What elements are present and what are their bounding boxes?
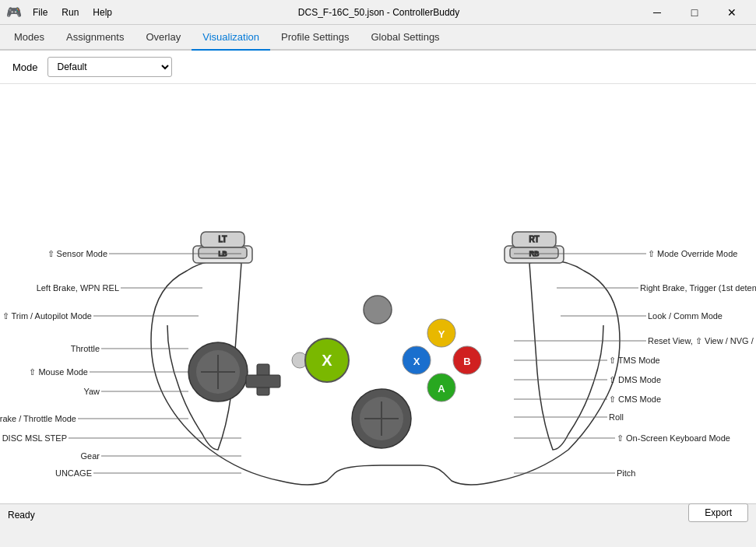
svg-text:⇧ Mouse Mode: ⇧ Mouse Mode (29, 367, 88, 377)
status-bar: Ready (0, 503, 756, 525)
tab-profile-settings[interactable]: Profile Settings (270, 25, 360, 51)
svg-text:Pitch: Pitch (617, 468, 635, 478)
svg-text:⇧ Sensor Mode: ⇧ Sensor Mode (47, 249, 107, 258)
svg-text:⇧ CMS Mode: ⇧ CMS Mode (609, 394, 661, 404)
tab-global-settings[interactable]: Global Settings (360, 25, 450, 51)
title-bar: 🎮 File Run Help DCS_F-16C_50.json - Cont… (0, 0, 756, 25)
svg-text:Reset View, ⇧ View / NVG / Eje: Reset View, ⇧ View / NVG / Eject Mode (648, 336, 756, 345)
svg-text:X: X (322, 352, 332, 369)
window-controls[interactable]: ─ □ ✕ (639, 0, 750, 25)
tab-overlay[interactable]: Overlay (135, 25, 192, 51)
mode-label: Mode (12, 61, 38, 73)
svg-point-22 (364, 296, 392, 324)
svg-text:B: B (463, 356, 470, 367)
svg-text:⇧ On-Screen Keyboard Mode: ⇧ On-Screen Keyboard Mode (617, 433, 730, 443)
main-content: LT RT LB RB (0, 84, 756, 525)
svg-text:Yaw: Yaw (83, 387, 100, 396)
svg-text:Y: Y (438, 328, 445, 340)
maximize-button[interactable]: □ (677, 0, 712, 25)
menu-bar-top[interactable]: File Run Help (26, 4, 118, 21)
svg-text:⇧ Air brake / Throttle Mode: ⇧ Air brake / Throttle Mode (0, 414, 76, 423)
svg-rect-19 (246, 375, 280, 387)
svg-text:Roll: Roll (609, 412, 624, 422)
mode-select[interactable]: Default (47, 57, 172, 77)
svg-text:RT: RT (529, 235, 539, 244)
svg-text:X: X (413, 356, 420, 367)
svg-text:Gear: Gear (81, 451, 100, 461)
svg-text:Left Brake, WPN REL: Left Brake, WPN REL (37, 283, 119, 293)
close-button[interactable]: ✕ (714, 0, 750, 25)
minimize-button[interactable]: ─ (639, 0, 675, 25)
svg-text:⇧ TMS Mode: ⇧ TMS Mode (609, 356, 660, 365)
menu-help[interactable]: Help (86, 4, 118, 21)
svg-text:⇧ Trim / Autopilot Mode: ⇧ Trim / Autopilot Mode (2, 311, 92, 321)
app-icon: 🎮 (6, 5, 22, 19)
menu-run[interactable]: Run (55, 4, 85, 21)
svg-text:Throttle: Throttle (71, 344, 100, 353)
controller-area: LT RT LB RB (0, 84, 756, 525)
menu-file[interactable]: File (26, 4, 54, 21)
window-title: DCS_F-16C_50.json - ControllerBuddy (118, 7, 639, 18)
tab-modes[interactable]: Modes (3, 25, 55, 51)
svg-text:A: A (438, 383, 445, 394)
toolbar: Mode Default (0, 51, 756, 84)
svg-text:UNCAGE: UNCAGE (55, 468, 92, 478)
svg-text:Right Brake, Trigger (1st dete: Right Brake, Trigger (1st detent), Trigg… (640, 283, 756, 293)
tab-visualization[interactable]: Visualization (192, 25, 270, 51)
export-button[interactable]: Export (688, 503, 748, 522)
svg-text:Look / Comm Mode: Look / Comm Mode (648, 311, 723, 321)
svg-text:LT: LT (219, 235, 227, 244)
svg-text:⇧ Mode Override Mode: ⇧ Mode Override Mode (648, 249, 737, 258)
svg-text:NWS A/R DISC MSL STEP: NWS A/R DISC MSL STEP (0, 433, 67, 443)
tab-assignments[interactable]: Assignments (55, 25, 135, 51)
svg-text:⇧ DMS Mode: ⇧ DMS Mode (609, 375, 661, 384)
tab-bar: Modes Assignments Overlay Visualization … (0, 25, 756, 51)
status-text: Ready (8, 510, 35, 521)
